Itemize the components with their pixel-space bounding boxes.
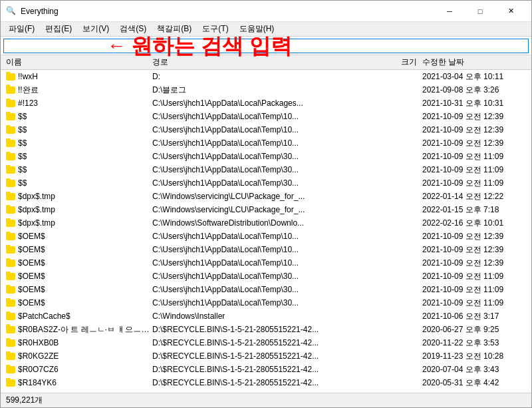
table-row[interactable]: $OEM$C:\Users\jhch1\AppData\Local\Temp\1… — [1, 256, 531, 270]
cell-path: C:\Users\jhch1\AppData\Local\Temp\10... — [150, 232, 369, 241]
table-row[interactable]: $R0O7CZ6D:\$RECYCLE.BIN\S-1-5-21-2805515… — [1, 363, 531, 376]
cell-path: C:\Users\jhch1\AppData\Local\Temp\30... — [150, 152, 369, 161]
file-name: $$ — [18, 125, 27, 134]
table-row[interactable]: $dpx$.tmpC:\Windows\servicing\LCU\Packag… — [1, 203, 531, 216]
table-row[interactable]: #!123C:\Users\jhch1\AppData\Local\Packag… — [1, 97, 531, 110]
close-button[interactable]: ✕ — [495, 1, 526, 22]
file-name: !!완료 — [18, 85, 39, 96]
table-row[interactable]: $R0KG2ZED:\$RECYCLE.BIN\S-1-5-21-2805515… — [1, 349, 531, 363]
window-title: Everything — [21, 7, 434, 16]
file-name: $$ — [18, 152, 27, 161]
file-name: $dpx$.tmp — [18, 218, 55, 228]
folder-icon — [6, 206, 15, 214]
cell-date: 2020-11-22 오후 3:53 — [422, 337, 529, 349]
table-row[interactable]: $PatchCache$C:\Windows\Installer2021-10-… — [1, 309, 531, 323]
menubar-item[interactable]: 편집(E) — [40, 22, 77, 36]
minimize-button[interactable]: ─ — [434, 1, 465, 22]
menubar: 파일(F)편집(E)보기(V)검색(S)책갈피(B)도구(T)도움말(H) — [1, 22, 531, 37]
file-list[interactable]: !!wxHD:2021-03-04 오후 10:11!!완료D:\블로그2021… — [1, 70, 531, 393]
file-name: $OEM$ — [18, 245, 45, 254]
file-name: $OEM$ — [18, 272, 45, 281]
folder-icon — [6, 286, 15, 294]
table-row[interactable]: $$C:\Users\jhch1\AppData\Local\Temp\10..… — [1, 136, 531, 150]
cell-path: C:\Users\jhch1\AppData\Local\Packages... — [150, 99, 369, 108]
table-row[interactable]: $OEM$C:\Users\jhch1\AppData\Local\Temp\1… — [1, 230, 531, 243]
cell-name: $R0KG2ZE — [3, 351, 150, 361]
menubar-item[interactable]: 책갈피(B) — [152, 22, 197, 36]
table-row[interactable]: $$C:\Users\jhch1\AppData\Local\Temp\30..… — [1, 163, 531, 176]
maximize-button[interactable]: □ — [465, 1, 495, 22]
cell-path: D:\$RECYCLE.BIN\S-1-5-21-2805515221-42..… — [150, 378, 369, 387]
cell-name: $$ — [3, 138, 150, 148]
col-header-date[interactable]: 수정한 날짜 — [422, 57, 529, 68]
table-row[interactable]: !!완료D:\블로그2021-09-08 오후 3:26 — [1, 83, 531, 97]
cell-date: 2021-10-09 오전 12:39 — [422, 138, 529, 149]
cell-path: D:\$RECYCLE.BIN\S-1-5-21-2805515221-42..… — [150, 365, 369, 374]
cell-date: 2021-09-08 오후 3:26 — [422, 85, 529, 96]
table-row[interactable]: $dpx$.tmpC:\Windows\SoftwareDistribution… — [1, 216, 531, 230]
table-row[interactable]: $$C:\Users\jhch1\AppData\Local\Temp\30..… — [1, 176, 531, 190]
cell-name: $OEM$ — [3, 258, 150, 268]
cell-name: $OEM$ — [3, 285, 150, 294]
cell-name: $R0BAS2Z-아 트 레ㅡㄴ·ㅂ ㅒ으ㅡㄴ... — [3, 324, 150, 335]
file-name: $dpx$.tmp — [18, 192, 55, 201]
folder-icon — [6, 379, 15, 387]
table-row[interactable]: $R184YK6D:\$RECYCLE.BIN\S-1-5-21-2805515… — [1, 376, 531, 389]
cell-date: 2022-01-14 오전 12:22 — [422, 191, 529, 202]
cell-date: 2020-05-31 오후 4:42 — [422, 377, 529, 389]
cell-date: 2021-10-09 오전 11:09 — [422, 178, 529, 189]
col-header-size[interactable]: 크기 — [369, 57, 422, 68]
table-row[interactable]: $$C:\Users\jhch1\AppData\Local\Temp\10..… — [1, 123, 531, 136]
table-row[interactable]: $OEM$C:\Users\jhch1\AppData\Local\Temp\3… — [1, 283, 531, 296]
cell-name: $dpx$.tmp — [3, 205, 150, 214]
file-name: $R0HXB0B — [18, 338, 59, 347]
menubar-item[interactable]: 도구(T) — [197, 22, 233, 36]
file-name: $$ — [18, 165, 27, 174]
cell-date: 2021-10-06 오전 3:17 — [422, 311, 529, 322]
cell-name: !!wxH — [3, 72, 150, 81]
cell-name: $OEM$ — [3, 245, 150, 254]
cell-path: D:\$RECYCLE.BIN\S-1-5-21-2805515221-42..… — [150, 325, 369, 334]
file-name: $PatchCache$ — [18, 311, 70, 321]
cell-date: 2021-10-09 오전 12:39 — [422, 244, 529, 256]
column-headers: 이름 경로 크기 수정한 날짜 — [1, 55, 531, 70]
folder-icon — [6, 87, 15, 94]
search-input[interactable] — [3, 39, 529, 53]
table-row[interactable]: $dpx$.tmpC:\Windows\servicing\LCU\Packag… — [1, 190, 531, 203]
folder-icon — [6, 220, 15, 227]
table-row[interactable]: $$C:\Users\jhch1\AppData\Local\Temp\10..… — [1, 110, 531, 123]
col-header-path[interactable]: 경로 — [150, 57, 369, 68]
folder-icon — [6, 246, 15, 254]
menubar-item[interactable]: 도움말(H) — [234, 22, 280, 36]
file-name: $$ — [18, 112, 27, 121]
cell-path: C:\Windows\SoftwareDistribution\Downlo..… — [150, 218, 369, 228]
folder-icon — [6, 153, 15, 160]
cell-path: D:\$RECYCLE.BIN\S-1-5-21-2805515221-42..… — [150, 351, 369, 361]
table-row[interactable]: $OEM$C:\Users\jhch1\AppData\Local\Temp\3… — [1, 270, 531, 283]
table-row[interactable]: $OEM$C:\Users\jhch1\AppData\Local\Temp\1… — [1, 243, 531, 256]
menubar-item[interactable]: 검색(S) — [114, 22, 152, 36]
folder-icon — [6, 180, 15, 187]
cell-path: C:\Users\jhch1\AppData\Local\Temp\30... — [150, 272, 369, 281]
table-row[interactable]: $R0HXB0BD:\$RECYCLE.BIN\S-1-5-21-2805515… — [1, 336, 531, 349]
table-row[interactable]: !!wxHD:2021-03-04 오후 10:11 — [1, 70, 531, 83]
table-row[interactable]: $R0BAS2Z-아 트 레ㅡㄴ·ㅂ ㅒ으ㅡㄴ...D:\$RECYCLE.BI… — [1, 323, 531, 336]
cell-date: 2021-10-09 오전 12:39 — [422, 258, 529, 269]
cell-date: 2021-10-09 오전 12:39 — [422, 111, 529, 122]
file-name: $dpx$.tmp — [18, 205, 55, 214]
file-name: $OEM$ — [18, 298, 45, 307]
cell-name: $OEM$ — [3, 298, 150, 307]
cell-path: C:\Users\jhch1\AppData\Local\Temp\10... — [150, 245, 369, 254]
cell-path: C:\Users\jhch1\AppData\Local\Temp\30... — [150, 178, 369, 188]
table-row[interactable]: $$C:\Users\jhch1\AppData\Local\Temp\30..… — [1, 150, 531, 163]
file-name: !!wxH — [18, 72, 38, 81]
table-row[interactable]: $OEM$C:\Users\jhch1\AppData\Local\Temp\3… — [1, 296, 531, 309]
folder-icon — [6, 166, 15, 174]
cell-path: C:\Windows\servicing\LCU\Package_for_... — [150, 192, 369, 201]
cell-name: $OEM$ — [3, 232, 150, 241]
col-header-name[interactable]: 이름 — [3, 57, 150, 68]
menubar-item[interactable]: 파일(F) — [3, 22, 40, 36]
cell-date: 2021-03-04 오후 10:11 — [422, 71, 529, 83]
menubar-item[interactable]: 보기(V) — [77, 22, 114, 36]
file-name: $R0KG2ZE — [18, 351, 59, 361]
